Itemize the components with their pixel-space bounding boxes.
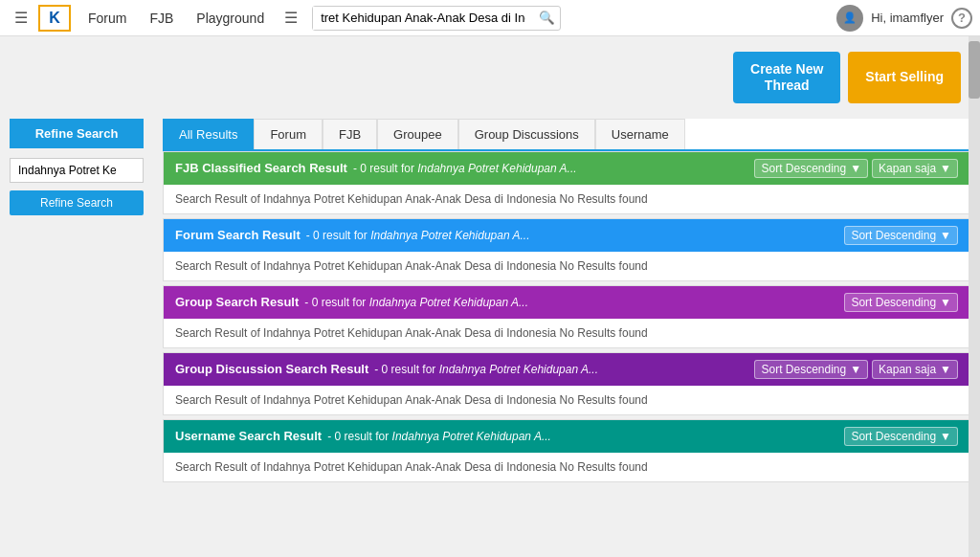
result-title-forum: Forum Search Result [175, 228, 301, 242]
tab-groupee[interactable]: Groupee [377, 119, 458, 149]
sort-chevron-icon: ▼ [850, 363, 861, 376]
result-header-forum: Forum Search Result - 0 result for Indah… [164, 219, 969, 252]
sort-dropdown-group[interactable]: Sort Descending ▼ [844, 293, 958, 312]
result-body-forum: Search Result of Indahnya Potret Kehidup… [164, 252, 969, 280]
scrollbar-thumb[interactable] [969, 41, 980, 99]
result-section-group-discussion: Group Discussion Search Result - 0 resul… [163, 352, 970, 415]
result-subtitle-username: - 0 result for Indahnya Potret Kehidupan… [327, 430, 551, 443]
sort-dropdown-fjb[interactable]: Sort Descending ▼ [754, 159, 868, 178]
sidebar: Refine Search Refine Search [0, 119, 153, 486]
result-controls-group-discussion: Sort Descending ▼Kapan saja ▼ [754, 360, 958, 379]
time-chevron-icon: ▼ [940, 162, 951, 175]
search-input[interactable] [313, 7, 533, 30]
result-body-username: Search Result of Indahnya Potret Kehidup… [164, 453, 969, 481]
help-icon[interactable]: ? [951, 8, 972, 29]
sort-chevron-icon: ▼ [940, 229, 951, 242]
result-controls-fjb: Sort Descending ▼Kapan saja ▼ [754, 159, 958, 178]
result-body-fjb: Search Result of Indahnya Potret Kehidup… [164, 185, 969, 213]
result-section-group: Group Search Result - 0 result for Indah… [163, 285, 970, 348]
sidebar-search-input[interactable] [10, 158, 144, 183]
time-dropdown-fjb[interactable]: Kapan saja ▼ [872, 159, 958, 178]
logo[interactable]: K [38, 5, 71, 32]
tab-fjb[interactable]: FJB [323, 119, 377, 149]
result-title-fjb: FJB Classified Search Result [175, 161, 347, 175]
result-subtitle-group-discussion: - 0 result for Indahnya Potret Kehidupan… [374, 363, 598, 376]
tab-all-results[interactable]: All Results [163, 119, 254, 149]
scrollbar-track[interactable] [969, 36, 980, 505]
result-body-group: Search Result of Indahnya Potret Kehidup… [164, 319, 969, 347]
result-header-fjb: FJB Classified Search Result - 0 result … [164, 152, 969, 185]
create-thread-button[interactable]: Create NewThread [733, 52, 840, 103]
main-layout: Refine Search Refine Search All Results … [0, 119, 980, 505]
sort-dropdown-username[interactable]: Sort Descending ▼ [844, 427, 958, 446]
result-title-group-discussion: Group Discussion Search Result [175, 362, 368, 376]
more-menu-icon[interactable]: ☰ [278, 5, 304, 32]
result-subtitle-group: - 0 result for Indahnya Potret Kehidupan… [304, 296, 528, 309]
content: All Results Forum FJB Groupee Group Disc… [153, 119, 980, 486]
header: ☰ K Forum FJB Playground ☰ 🔍 👤 Hi, imamf… [0, 0, 980, 36]
tabs: All Results Forum FJB Groupee Group Disc… [163, 119, 970, 151]
time-dropdown-group-discussion[interactable]: Kapan saja ▼ [872, 360, 958, 379]
header-right: 👤 Hi, imamflyer ? [836, 5, 972, 32]
result-section-username: Username Search Result - 0 result for In… [163, 419, 970, 482]
results-container: FJB Classified Search Result - 0 result … [163, 151, 970, 482]
nav-forum[interactable]: Forum [78, 0, 136, 36]
result-header-group: Group Search Result - 0 result for Indah… [164, 286, 969, 319]
result-title-group: Group Search Result [175, 295, 299, 309]
result-title-username: Username Search Result [175, 429, 322, 443]
sort-dropdown-forum[interactable]: Sort Descending ▼ [844, 226, 958, 245]
tab-group-discussions[interactable]: Group Discussions [458, 119, 595, 149]
result-subtitle-forum: - 0 result for Indahnya Potret Kehidupan… [306, 229, 530, 242]
result-body-group-discussion: Search Result of Indahnya Potret Kehidup… [164, 386, 969, 414]
result-controls-username: Sort Descending ▼ [844, 427, 958, 446]
search-button[interactable]: 🔍 [533, 7, 560, 30]
sort-chevron-icon: ▼ [940, 296, 951, 309]
tab-username[interactable]: Username [595, 119, 685, 149]
sidebar-title: Refine Search [10, 119, 144, 148]
action-bar: Create NewThread Start Selling [0, 36, 980, 119]
start-selling-button[interactable]: Start Selling [848, 52, 961, 103]
sidebar-refine-button[interactable]: Refine Search [10, 190, 144, 215]
nav-fjb[interactable]: FJB [140, 0, 183, 36]
avatar: 👤 [836, 5, 863, 32]
result-controls-forum: Sort Descending ▼ [844, 226, 958, 245]
user-greeting: Hi, imamflyer [871, 11, 944, 25]
result-section-fjb: FJB Classified Search Result - 0 result … [163, 151, 970, 214]
result-controls-group: Sort Descending ▼ [844, 293, 958, 312]
hamburger-icon[interactable]: ☰ [8, 5, 34, 32]
result-header-group-discussion: Group Discussion Search Result - 0 resul… [164, 353, 969, 386]
result-subtitle-fjb: - 0 result for Indahnya Potret Kehidupan… [353, 162, 577, 175]
time-chevron-icon: ▼ [940, 363, 951, 376]
nav-playground[interactable]: Playground [187, 0, 274, 36]
sort-chevron-icon: ▼ [940, 430, 951, 443]
result-section-forum: Forum Search Result - 0 result for Indah… [163, 218, 970, 281]
search-wrap: 🔍 [312, 6, 561, 31]
sort-dropdown-group-discussion[interactable]: Sort Descending ▼ [754, 360, 868, 379]
tab-forum[interactable]: Forum [254, 119, 323, 149]
sort-chevron-icon: ▼ [850, 162, 861, 175]
result-header-username: Username Search Result - 0 result for In… [164, 420, 969, 453]
